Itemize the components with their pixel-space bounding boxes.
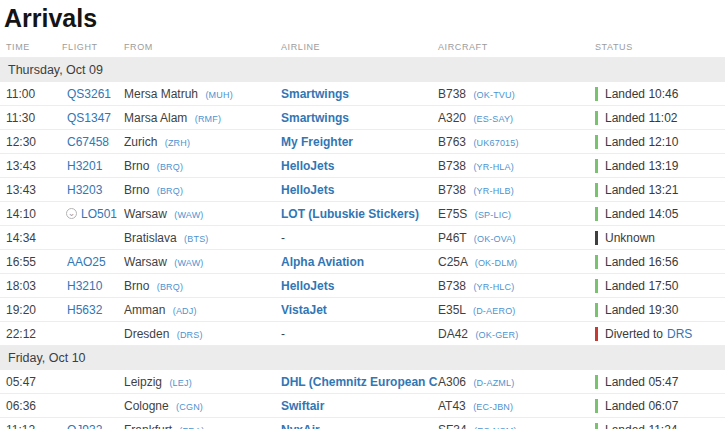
airline-link[interactable]: DHL (Chemnitz European Capit... [281, 375, 438, 389]
airline-cell: HelloJets [281, 183, 438, 197]
origin-city: Brno [124, 159, 149, 173]
date-banner: Friday, Oct 10 [0, 346, 725, 370]
column-header-flight: FLIGHT [62, 42, 124, 52]
column-header-status: STATUS [595, 42, 725, 52]
flight-number-link[interactable]: H3203 [67, 183, 102, 197]
airline-link[interactable]: My Freighter [281, 135, 353, 149]
aircraft-cell: SF34 (ES-NSM) [438, 423, 595, 429]
status-divert-airport-link[interactable]: DRS [667, 327, 692, 341]
status-text: Diverted to [605, 327, 663, 341]
origin-airport-code-link[interactable]: (ADJ) [173, 306, 197, 316]
status-cell: Landed 10:46 [595, 87, 725, 101]
table-row[interactable]: 06:36 Cologne (CGN) Swiftair AT43 (EC-JB… [0, 394, 725, 418]
registration-link[interactable]: (OK-DLM) [475, 258, 518, 268]
airline-link[interactable]: HelloJets [281, 159, 334, 173]
airline-link[interactable]: LOT (Lubuskie Stickers) [281, 207, 419, 221]
airline-link[interactable]: Smartwings [281, 87, 349, 101]
table-row[interactable]: 11:12 OJ932 Frankfurt (FRA) NyxAir SF34 … [0, 418, 725, 429]
table-row[interactable]: 13:43 H3203 Brno (BRQ) HelloJets B738 (Y… [0, 178, 725, 202]
registration-link[interactable]: (SP-LIC) [475, 210, 512, 220]
origin-airport-code-link[interactable]: (WAW) [174, 210, 203, 220]
airline-link[interactable]: Alpha Aviation [281, 255, 364, 269]
origin-airport-code-link[interactable]: (BRQ) [157, 282, 184, 292]
table-row[interactable]: 11:00 QS3261 Mersa Matruh (MUH) Smartwin… [0, 82, 725, 106]
table-row[interactable]: 16:55 AAO25 Warsaw (WAW) Alpha Aviation … [0, 250, 725, 274]
airline-link[interactable]: Smartwings [281, 111, 349, 125]
registration-link[interactable]: (YR-HLC) [473, 282, 514, 292]
origin-airport-code-link[interactable]: (BRQ) [157, 162, 184, 172]
aircraft-type: B738 [438, 87, 466, 101]
registration-link[interactable]: (EC-JBN) [473, 402, 513, 412]
table-row[interactable]: 19:20 H5632 Amman (ADJ) VistaJet E35L (D… [0, 298, 725, 322]
registration-link[interactable]: (OK-TVU) [473, 90, 515, 100]
flight-number-link[interactable]: LO501 [81, 207, 117, 221]
origin-airport-code-link[interactable]: (DRS) [177, 330, 203, 340]
airline-link[interactable]: NyxAir [281, 423, 320, 429]
origin-airport-code-link[interactable]: (MUH) [205, 90, 233, 100]
table-row[interactable]: 13:43 H3201 Brno (BRQ) HelloJets B738 (Y… [0, 154, 725, 178]
aircraft-type: SF34 [438, 423, 467, 429]
aircraft-type: A306 [438, 375, 466, 389]
table-row[interactable]: 12:30 C67458 Zurich (ZRH) My Freighter B… [0, 130, 725, 154]
table-row[interactable]: 18:03 H3210 Brno (BRQ) HelloJets B738 (Y… [0, 274, 725, 298]
table-row[interactable]: 05:47 Leipzig (LEJ) DHL (Chemnitz Europe… [0, 370, 725, 394]
table-row[interactable]: 11:30 QS1347 Marsa Alam (RMF) Smartwings… [0, 106, 725, 130]
origin-city: Frankfurt [124, 423, 172, 429]
registration-link[interactable]: (YR-HLB) [473, 186, 514, 196]
origin-airport-code-link[interactable]: (FRA) [179, 426, 204, 429]
origin-airport-code-link[interactable]: (LEJ) [169, 378, 192, 388]
status-text: Unknown [605, 231, 655, 245]
registration-link[interactable]: (UK67015) [473, 138, 518, 148]
origin-airport-code-link[interactable]: (BRQ) [157, 186, 184, 196]
origin-city: Cologne [124, 399, 169, 413]
airline-link[interactable]: Swiftair [281, 399, 324, 413]
status-bar [595, 375, 598, 389]
column-header-from: FROM [124, 42, 281, 52]
section-rows: 11:00 QS3261 Mersa Matruh (MUH) Smartwin… [0, 82, 725, 346]
registration-link[interactable]: (OK-GER) [475, 330, 518, 340]
table-row[interactable]: 22:12 Dresden (DRS) - DA42 (OK-GER) Dive… [0, 322, 725, 346]
status-bar [595, 183, 598, 197]
flight-number-link[interactable]: H3201 [67, 159, 102, 173]
from-cell: Zurich (ZRH) [124, 135, 281, 149]
registration-link[interactable]: (ES-NSM) [474, 426, 517, 429]
table-row[interactable]: 14:34 Bratislava (BTS) - P46T (OK-OVA) U… [0, 226, 725, 250]
airline-cell: Alpha Aviation [281, 255, 438, 269]
flight-number-link[interactable]: OJ932 [67, 423, 102, 429]
origin-airport-code-link[interactable]: (CGN) [176, 402, 203, 412]
origin-airport-code-link[interactable]: (RMF) [195, 114, 222, 124]
origin-airport-code-link[interactable]: (BTS) [184, 234, 209, 244]
from-cell: Brno (BRQ) [124, 159, 281, 173]
table-row[interactable]: 14:10 ⌄ LO501 Warsaw (WAW) LOT (Lubuskie… [0, 202, 725, 226]
origin-airport-code-link[interactable]: (ZRH) [165, 138, 191, 148]
origin-city: Brno [124, 279, 149, 293]
aircraft-type: B738 [438, 183, 466, 197]
status-text: Landed 19:30 [605, 303, 678, 317]
registration-link[interactable]: (D-AZML) [473, 378, 514, 388]
registration-link[interactable]: (ES-SAY) [473, 114, 513, 124]
registration-link[interactable]: (D-AERO) [473, 306, 516, 316]
airline-link[interactable]: HelloJets [281, 279, 334, 293]
time-cell: 11:12 [0, 423, 62, 429]
time-cell: 06:36 [0, 399, 62, 413]
from-cell: Brno (BRQ) [124, 183, 281, 197]
origin-city: Leipzig [124, 375, 162, 389]
airline-link[interactable]: HelloJets [281, 183, 334, 197]
flight-number-link[interactable]: C67458 [67, 135, 109, 149]
status-text: Landed 14:05 [605, 207, 678, 221]
flight-number-link[interactable]: QS3261 [67, 87, 111, 101]
column-header-airline: AIRLINE [281, 42, 438, 52]
flight-number-link[interactable]: QS1347 [67, 111, 111, 125]
origin-city: Amman [124, 303, 165, 317]
aircraft-type: C25A [438, 255, 467, 269]
flight-number-link[interactable]: H3210 [67, 279, 102, 293]
airline-link[interactable]: VistaJet [281, 303, 327, 317]
origin-airport-code-link[interactable]: (WAW) [174, 258, 203, 268]
flight-number-link[interactable]: H5632 [67, 303, 102, 317]
status-cell: Landed 05:47 [595, 375, 725, 389]
registration-link[interactable]: (OK-OVA) [474, 234, 516, 244]
flight-cell: H3210 [62, 279, 124, 293]
status-bar [595, 255, 598, 269]
registration-link[interactable]: (YR-HLA) [473, 162, 514, 172]
flight-number-link[interactable]: AAO25 [67, 255, 106, 269]
